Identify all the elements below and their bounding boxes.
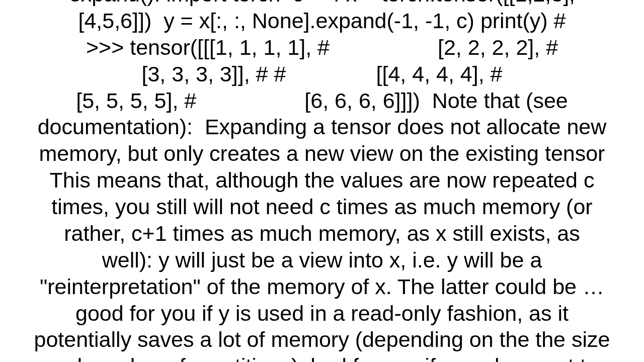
text-line: expand(): import torch c = 4 x = torch.t… bbox=[69, 0, 575, 6]
text-line: >>> tensor([[[1, 1, 1, 1], # [2, 2, 2, 2… bbox=[86, 35, 558, 59]
text-line: and number of repetitions); bad for you … bbox=[46, 354, 598, 362]
text-line: "reinterpretation" of the memory of x. T… bbox=[40, 275, 604, 299]
text-line: good for you if y is used in a read-only… bbox=[75, 301, 569, 325]
text-line: rather, c+1 times as much memory, as x s… bbox=[64, 221, 580, 245]
text-line: This means that, although the values are… bbox=[50, 168, 595, 192]
text-line: [3, 3, 3, 3]], # # [[4, 4, 4, 4], # bbox=[141, 62, 502, 86]
text-line: well): y will just be a view into x, i.e… bbox=[102, 248, 542, 272]
text-line: [5, 5, 5, 5], # [6, 6, 6, 6]]]) Note tha… bbox=[76, 88, 568, 113]
text-line: [4,5,6]]) y = x[:, :, None].expand(-1, -… bbox=[78, 9, 566, 33]
text-line: potentially saves a lot of memory (depen… bbox=[34, 327, 610, 351]
document-text: expand(): import torch c = 4 x = torch.t… bbox=[34, 0, 610, 362]
text-line: documentation): Expanding a tensor does … bbox=[38, 115, 607, 139]
text-line: memory, but only creates a new view on t… bbox=[39, 141, 605, 165]
page-container: expand(): import torch c = 4 x = torch.t… bbox=[0, 0, 644, 362]
text-line: times, you still will not need c times a… bbox=[51, 195, 592, 219]
